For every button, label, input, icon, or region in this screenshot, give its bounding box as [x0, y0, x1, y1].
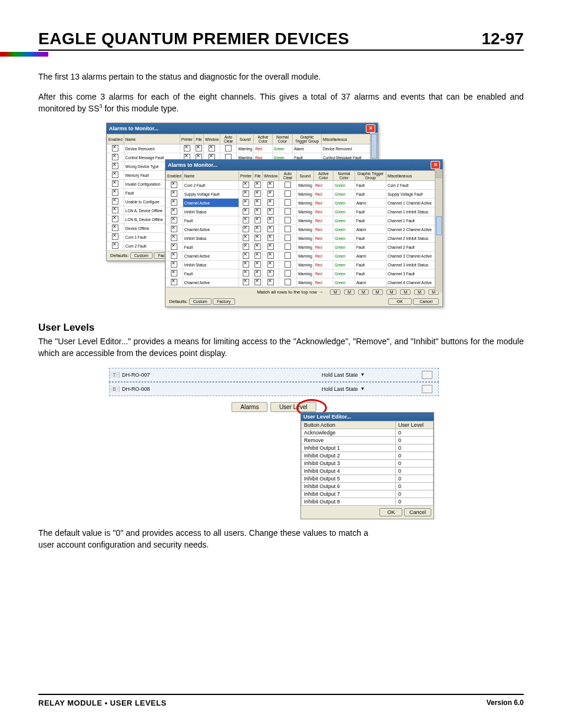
footer-left: RELAY MODULE • USER LEVELS [38, 699, 167, 707]
custom-button[interactable]: Custom [189, 298, 211, 305]
table-row[interactable]: Inhibit Status Warning RedGreen FaultCha… [166, 261, 442, 269]
paragraph-4: The default value is "0" and provides ac… [38, 527, 368, 551]
match-column-button[interactable]: M [344, 289, 355, 295]
table-row[interactable]: Inhibit Output 70 [302, 490, 434, 498]
match-rows-label: Match all rows to the top row → [169, 289, 326, 295]
table-row[interactable]: Remove0 [302, 436, 434, 444]
table-row[interactable]: Inhibit Output 50 [302, 475, 434, 482]
table-row[interactable]: Inhibit Output 20 [302, 452, 434, 459]
table-row[interactable]: Inhibit Output 80 [302, 498, 434, 505]
table-row[interactable]: Fault Warning RedGreen FaultChannel 1 Fa… [166, 216, 442, 225]
match-column-button[interactable]: M [358, 289, 369, 295]
device-row[interactable]: 7DH-RO-007 Hold Last State ▼ [109, 368, 439, 382]
table-row[interactable]: Inhibit Output 10 [302, 444, 434, 452]
alarms-screenshots: Alarms to Monitor... ✕ EnabledName Print… [38, 123, 524, 311]
table-row[interactable]: Fault Warning RedGreen FaultChannel 2 Fa… [166, 243, 442, 252]
scrollbar[interactable] [435, 169, 442, 292]
page-number: 12-97 [481, 29, 524, 48]
paragraph-2: After this come 3 alarms for each of the… [38, 91, 524, 115]
match-column-button[interactable]: M [400, 289, 411, 295]
table-row[interactable]: Channel Active Warning RedGreen AlarmCha… [166, 278, 442, 287]
table-row[interactable]: Inhibit Status Warning RedGreen FaultCha… [166, 234, 442, 243]
table-row[interactable]: Fault Warning RedGreen FaultChannel 3 Fa… [166, 269, 442, 278]
table-row[interactable]: Inhibit Status Warning RedGreen FaultCha… [166, 207, 442, 216]
match-column-button[interactable]: M [372, 289, 383, 295]
user-level-editor: User Level Editor... Button ActionUser L… [300, 412, 434, 519]
table-row[interactable]: Device Removed Warning RedGreen AlarmDev… [107, 144, 378, 153]
ok-button[interactable]: OK [388, 298, 412, 305]
close-icon[interactable]: ✕ [431, 161, 440, 169]
alarms-tab[interactable]: Alarms [232, 402, 267, 412]
match-column-button[interactable]: M [414, 289, 425, 295]
alarms-dialog-front: Alarms to Monitor... ✕ EnabledName Print… [165, 159, 443, 307]
table-row[interactable]: Channel Active Warning RedGreen AlarmCha… [166, 199, 442, 207]
section-title: User Levels [38, 322, 524, 334]
user-level-table: Button ActionUser LevelAcknowledge0Remov… [301, 421, 434, 506]
checkbox[interactable] [422, 371, 432, 379]
table-row[interactable]: Inhibit Output 40 [302, 467, 434, 475]
header-gradient [0, 52, 48, 57]
alarms-table-front: EnabledName PrinterFileWindowAuto ClearS… [166, 170, 442, 287]
factory-button[interactable]: Factory [213, 298, 234, 305]
close-icon[interactable]: ✕ [366, 124, 375, 133]
ok-button[interactable]: OK [379, 508, 402, 516]
cancel-button[interactable]: Cancel [413, 298, 439, 305]
footer-right: Version 6.0 [487, 699, 524, 707]
dialog-title: Alarms to Monitor... [109, 126, 158, 131]
checkbox[interactable] [422, 385, 432, 393]
table-row[interactable]: Inhibit Output 30 [302, 459, 434, 467]
custom-button[interactable]: Custom [130, 252, 153, 259]
dialog-title: User Level Editor... [301, 413, 434, 421]
device-grid: 7DH-RO-007 Hold Last State ▼ 8DH-RO-008 … [109, 368, 439, 412]
table-row[interactable]: Channel Active Warning RedGreen AlarmCha… [166, 225, 442, 234]
table-row[interactable]: Inhibit Output 60 [302, 482, 434, 490]
table-row[interactable]: Supply Voltage Fault Warning RedGreen Fa… [166, 190, 442, 199]
dialog-title: Alarms to Monitor... [168, 162, 217, 168]
paragraph-1: The first 13 alarms pertain to the statu… [38, 71, 524, 83]
device-row[interactable]: 8DH-RO-008 Hold Last State ▼ [109, 382, 439, 396]
table-row[interactable]: Channel Active Warning RedGreen AlarmCha… [166, 252, 442, 261]
defaults-label: Defaults: [110, 253, 129, 258]
table-row[interactable]: Com 2 Fault Warning RedGreen FaultCom 2 … [166, 181, 442, 190]
page-title: EAGLE QUANTUM PREMIER DEVICES [38, 29, 349, 48]
defaults-label: Defaults: [169, 299, 188, 304]
userlevel-screenshots: 7DH-RO-007 Hold Last State ▼ 8DH-RO-008 … [38, 368, 524, 521]
match-column-button[interactable]: M [330, 289, 340, 295]
table-row[interactable]: Acknowledge0 [302, 429, 434, 436]
match-column-button[interactable]: M [386, 289, 397, 295]
paragraph-3: The "User Level Editor..." provides a me… [38, 336, 524, 359]
cancel-button[interactable]: Cancel [404, 508, 431, 516]
